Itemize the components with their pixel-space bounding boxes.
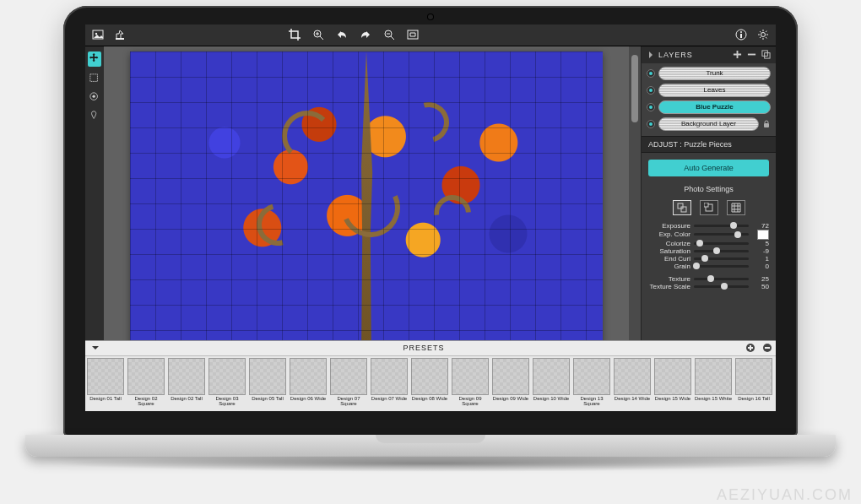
scrollbar-thumb[interactable] [631,55,638,122]
preset-label: Design 02 Tall [171,396,203,401]
preset-label: Design 08 Wide [412,396,447,401]
svg-rect-23 [765,347,770,349]
tool-pin[interactable] [89,111,100,122]
preset-item[interactable]: Design 08 Wide [409,356,450,411]
undo-icon[interactable] [336,29,348,41]
slider-track[interactable] [694,278,749,280]
fit-icon[interactable] [407,29,419,41]
visibility-toggle[interactable] [647,103,655,111]
slider-track[interactable] [694,285,749,288]
remove-preset-icon[interactable] [762,343,772,353]
presets-strip[interactable]: Design 01 TallDesign 02 SquareDesign 02 … [85,355,776,411]
preset-item[interactable]: Design 09 Wide [490,356,531,411]
preset-item[interactable]: Design 10 Wide [531,356,571,411]
slider-thumb[interactable] [713,247,720,254]
tool-marquee[interactable] [89,73,100,85]
preset-item[interactable]: Design 06 Wide [288,356,328,411]
add-preset-icon[interactable] [745,343,755,353]
presets-collapse-icon[interactable] [90,343,100,353]
layer-row: Leaves [647,84,771,97]
slider-thumb[interactable] [701,255,708,262]
preset-item[interactable]: Design 14 Wide [612,356,653,411]
preset-item[interactable]: Design 16 Tall [734,356,774,411]
redo-icon[interactable] [360,29,371,41]
slider-track[interactable] [694,242,749,245]
preset-item[interactable]: Design 02 Square [126,356,166,411]
layer-item[interactable]: Blue Puzzle [658,100,771,114]
preset-item[interactable]: Design 15 Wide [653,356,693,411]
slider-saturation: Saturation-9 [648,247,769,255]
zoom-out-icon[interactable] [383,29,395,41]
preset-item[interactable]: Design 09 Square [450,356,490,411]
preset-item[interactable]: Design 01 Tall [85,356,126,411]
preset-item[interactable]: Design 15 White [693,356,734,411]
slider-value: 1 [752,255,769,263]
duplicate-layer-icon[interactable] [761,50,771,59]
canvas[interactable] [104,46,629,340]
side-panel: LAYERS TrunkLeavesBlue PuzzleBackground … [641,46,776,340]
preset-label: Design 07 Square [329,396,368,407]
layer-item[interactable]: Background Layer [658,117,759,131]
slider-thumb[interactable] [696,240,703,247]
slider-track[interactable] [694,265,749,268]
main-area: LAYERS TrunkLeavesBlue PuzzleBackground … [85,46,776,340]
slider-track[interactable] [694,250,749,252]
mode-b-icon[interactable] [700,200,718,215]
preset-item[interactable]: Design 05 Tall [247,356,288,411]
preset-item[interactable]: Design 03 Square [207,356,247,411]
vertical-scrollbar[interactable] [629,46,641,340]
settings-icon[interactable] [757,29,769,41]
slider-track[interactable] [694,257,749,260]
slider-thumb[interactable] [693,263,700,269]
slider-exp_color: Exp. Color [648,230,769,240]
remove-layer-icon[interactable] [747,50,756,59]
preset-thumbnail [249,358,286,395]
slider-thumb[interactable] [730,222,737,229]
preset-thumbnail [290,358,327,395]
preset-item[interactable]: Design 07 Square [328,356,369,411]
slider-label: Saturation [648,247,690,255]
preset-item[interactable]: Design 02 Tall [166,356,207,411]
preset-item[interactable]: Design 07 Wide [369,356,409,411]
mode-grid-icon[interactable] [727,200,745,215]
visibility-toggle[interactable] [647,69,655,78]
image-icon[interactable] [92,29,104,41]
preset-thumbnail [695,358,732,395]
tool-mask[interactable] [89,92,100,104]
slider-colorize: Colorize5 [648,240,769,247]
svg-rect-16 [764,123,769,127]
preset-thumbnail [371,358,408,395]
slider-track[interactable] [694,233,749,236]
app-window: LAYERS TrunkLeavesBlue PuzzleBackground … [85,24,776,411]
preset-thumbnail [452,358,489,395]
visibility-toggle[interactable] [647,120,655,128]
slider-track[interactable] [694,225,749,227]
preset-item[interactable]: Design 13 Square [571,356,612,411]
info-icon[interactable] [735,29,747,41]
svg-rect-17 [678,203,683,209]
color-swatch[interactable] [757,230,769,240]
slider-thumb[interactable] [734,231,741,238]
layer-item[interactable]: Leaves [658,84,771,97]
watermark: AEZIYUAN.COM [717,486,853,504]
crop-icon[interactable] [289,29,301,41]
mode-a-icon[interactable] [673,200,691,215]
pin-icon [89,111,100,121]
slider-label: Exp. Color [648,230,690,238]
auto-generate-button[interactable]: Auto Generate [648,160,769,176]
add-layer-icon[interactable] [733,50,742,59]
tool-move[interactable] [88,51,101,67]
preset-thumbnail [330,358,367,395]
layers-list: TrunkLeavesBlue PuzzleBackground Layer [642,63,776,136]
layers-title: LAYERS [658,51,693,59]
visibility-toggle[interactable] [647,86,655,95]
zoom-in-icon[interactable] [312,29,324,41]
chevron-right-icon[interactable] [647,51,655,59]
layer-item[interactable]: Trunk [658,67,771,80]
preset-item[interactable]: Design 17 Square [774,356,776,411]
slider-thumb[interactable] [721,283,728,290]
slider-thumb[interactable] [707,275,714,282]
svg-point-7 [740,31,742,33]
export-icon[interactable] [114,29,126,41]
preset-thumbnail [533,358,570,395]
